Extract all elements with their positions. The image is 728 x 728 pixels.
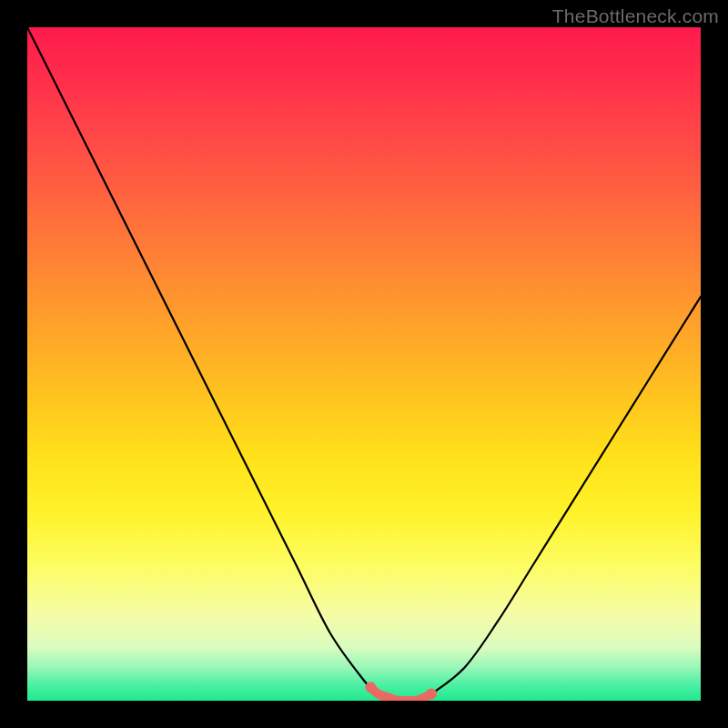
curve-line — [27, 27, 701, 701]
watermark-text: TheBottleneck.com — [552, 5, 719, 27]
sweet-spot-end-dot — [426, 689, 437, 700]
chart-frame: TheBottleneck.com — [0, 0, 728, 728]
sweet-spot-highlight — [370, 687, 431, 701]
sweet-spot-start-dot — [365, 682, 376, 693]
bottleneck-chart — [27, 27, 701, 701]
plot-area — [27, 27, 701, 701]
